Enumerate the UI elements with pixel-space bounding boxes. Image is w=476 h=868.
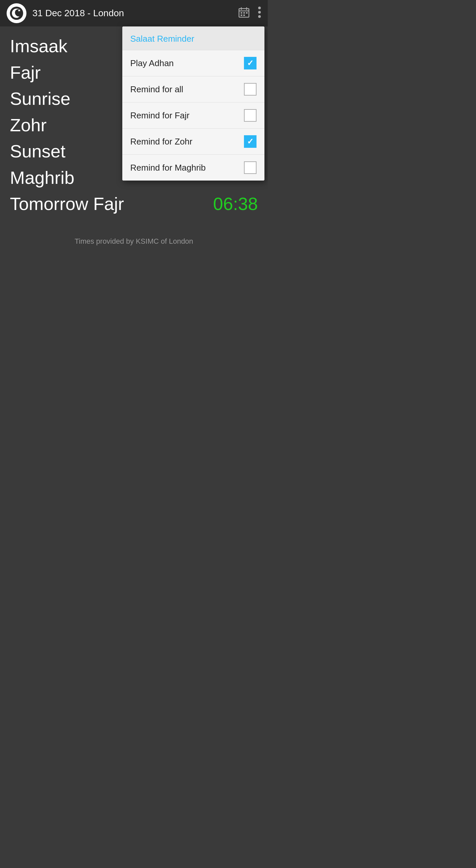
remind-for-all-checkbox[interactable] [244, 83, 256, 96]
remind-for-maghrib-label: Remind for Maghrib [130, 163, 205, 173]
main-content: Imsaak Fajr Sunrise Zohr Sunset Maghrib … [0, 27, 268, 252]
svg-rect-9 [241, 14, 242, 16]
play-adhan-label: Play Adhan [130, 58, 174, 68]
play-adhan-checkbox[interactable] [244, 57, 256, 69]
remind-for-zohr-label: Remind for Zohr [130, 136, 192, 147]
prayer-item-tomorrow-fajr: Tomorrow Fajr 06:38 [10, 191, 258, 217]
app-logo [7, 3, 26, 23]
remind-for-maghrib-item[interactable]: Remind for Maghrib [122, 155, 264, 181]
play-adhan-item[interactable]: Play Adhan [122, 50, 264, 76]
header-bar: 31 Dec 2018 - London [0, 0, 268, 27]
remind-for-fajr-item[interactable]: Remind for Fajr [122, 102, 264, 129]
dropdown-title: Salaat Reminder [130, 34, 194, 44]
remind-for-fajr-label: Remind for Fajr [130, 111, 189, 121]
svg-rect-7 [243, 12, 245, 13]
calendar-icon[interactable] [238, 6, 250, 21]
svg-rect-10 [243, 14, 245, 16]
more-vertical-icon[interactable] [258, 6, 261, 21]
footer-text: Times provided by KSIMC of London [10, 237, 258, 246]
remind-for-maghrib-checkbox[interactable] [244, 161, 256, 174]
header-title: 31 Dec 2018 - London [32, 8, 238, 19]
svg-point-12 [258, 11, 261, 13]
svg-point-13 [258, 15, 261, 18]
remind-for-zohr-checkbox[interactable] [244, 135, 256, 148]
remind-for-fajr-checkbox[interactable] [244, 109, 256, 122]
svg-rect-6 [241, 12, 242, 13]
tomorrow-fajr-time: 06:38 [213, 193, 258, 215]
dropdown-header: Salaat Reminder [122, 27, 264, 50]
salaat-reminder-dropdown: Salaat Reminder Play Adhan Remind for al… [122, 27, 264, 181]
svg-rect-8 [246, 12, 248, 13]
header-icons [238, 6, 261, 21]
remind-for-all-item[interactable]: Remind for all [122, 76, 264, 102]
svg-point-11 [258, 7, 261, 9]
remind-for-all-label: Remind for all [130, 84, 183, 95]
remind-for-zohr-item[interactable]: Remind for Zohr [122, 129, 264, 155]
